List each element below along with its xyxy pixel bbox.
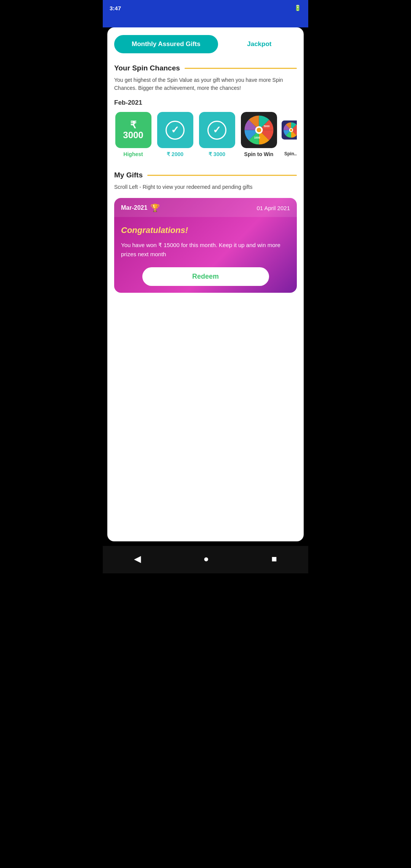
spin-label-3000: ₹ 3000	[209, 151, 225, 157]
redeem-button[interactable]: Redeem	[142, 267, 269, 286]
my-gifts-heading: My Gifts	[114, 171, 297, 179]
battery-icon: 🔋	[294, 5, 301, 11]
gift-card-body: Congratulations! You have won ₹ 15000 fo…	[114, 217, 297, 293]
spin-item-wheel-1: 5000 1000 Spin to Win	[240, 112, 278, 157]
gift-card-month: Mar-2021	[121, 204, 147, 211]
check-circle-2000: ✓	[166, 121, 185, 140]
spin-label-spin-to-win: Spin to Win	[244, 151, 274, 157]
gifts-scroll-hint: Scroll Left - Right to view your redeeme…	[114, 183, 297, 191]
my-gifts-title: My Gifts	[114, 171, 143, 179]
spin-item-box-rupee: ₹ 3000	[115, 112, 151, 148]
spin-chances-line	[185, 68, 297, 69]
nav-back-button[interactable]: ◀	[127, 551, 148, 566]
tab-monthly-assured-gifts[interactable]: Monthly Assured Gifts	[114, 35, 218, 53]
spin-label-2000: ₹ 2000	[167, 151, 183, 157]
status-bar: 3:47 🔋	[103, 0, 308, 16]
spin-label-highest: Highest	[123, 151, 143, 157]
svg-point-7	[290, 129, 292, 131]
spin-item-rupee-3000: ₹ 3000 Highest	[114, 112, 152, 157]
rupee-icon: ₹	[130, 120, 137, 130]
svg-point-2	[256, 128, 261, 132]
spin-wheel-svg-1: 5000 1000	[241, 112, 277, 148]
spin-item-check-2000: ✓ ₹ 2000	[156, 112, 194, 157]
gift-card-header: Mar-2021 🏆 01 April 2021	[114, 198, 297, 217]
spin-item-box-wheel-1: 5000 1000	[241, 112, 277, 148]
spin-description: You get highest of the Spin Value as you…	[114, 76, 297, 92]
status-time: 3:47	[110, 5, 121, 11]
spin-item-wheel-2: Spin...	[282, 112, 297, 157]
spin-chances-heading: Your Spin Chances	[114, 64, 297, 72]
nav-bar: ◀ ● ■	[103, 546, 308, 573]
main-card: Monthly Assured Gifts Jackpot Your Spin …	[107, 27, 304, 541]
nav-home-button[interactable]: ●	[196, 551, 216, 566]
trophy-icon: 🏆	[150, 203, 160, 212]
check-circle-3000: ✓	[207, 121, 226, 140]
spin-label-spin-partial: Spin...	[284, 151, 297, 156]
gift-card-month-row: Mar-2021 🏆	[121, 203, 160, 212]
spin-item-box-check-2000: ✓	[157, 112, 193, 148]
gift-card: Mar-2021 🏆 01 April 2021 Congratulations…	[114, 198, 297, 293]
tabs: Monthly Assured Gifts Jackpot	[114, 35, 297, 53]
spin-item-box-check-3000: ✓	[199, 112, 235, 148]
my-gifts-line	[147, 175, 297, 176]
spin-item-check-3000: ✓ ₹ 3000	[198, 112, 236, 157]
svg-text:1000: 1000	[254, 136, 260, 139]
nav-recent-button[interactable]: ■	[264, 551, 284, 566]
blue-header-spacer	[103, 16, 308, 27]
svg-text:5000: 5000	[263, 125, 269, 128]
status-icons: 🔋	[294, 5, 301, 11]
congrats-title: Congratulations!	[121, 225, 290, 235]
spin-item-box-wheel-2	[282, 112, 297, 148]
spin-items-row: ₹ 3000 Highest ✓ ₹ 2000 ✓ ₹ 3000	[114, 112, 297, 160]
spin-wheel-svg-2	[282, 112, 297, 148]
congrats-text: You have won ₹ 15000 for this month. Kee…	[121, 241, 290, 259]
tab-jackpot[interactable]: Jackpot	[222, 35, 297, 53]
spin-amount-3000: 3000	[123, 130, 143, 140]
spin-chances-title: Your Spin Chances	[114, 64, 180, 72]
gift-card-date: 01 April 2021	[256, 205, 290, 211]
spin-month-label: Feb-2021	[114, 99, 297, 107]
